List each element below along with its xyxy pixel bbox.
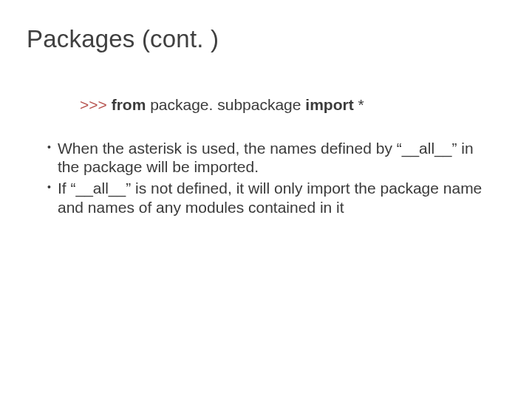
keyword-import: import bbox=[305, 96, 353, 113]
list-item: If “__all__” is not defined, it will onl… bbox=[47, 179, 498, 216]
bullet-list: When the asterisk is used, the names def… bbox=[27, 139, 505, 216]
keyword-from: from bbox=[112, 96, 146, 113]
slide-title: Packages (cont. ) bbox=[27, 25, 505, 53]
module-path: package. subpackage bbox=[150, 96, 301, 113]
prompt-text: >>> bbox=[80, 96, 107, 113]
list-item: When the asterisk is used, the names def… bbox=[47, 139, 498, 176]
import-star: * bbox=[358, 96, 364, 113]
slide: Packages (cont. ) >>> from package. subp… bbox=[0, 0, 532, 399]
code-example: >>> from package. subpackage import * bbox=[80, 96, 505, 114]
